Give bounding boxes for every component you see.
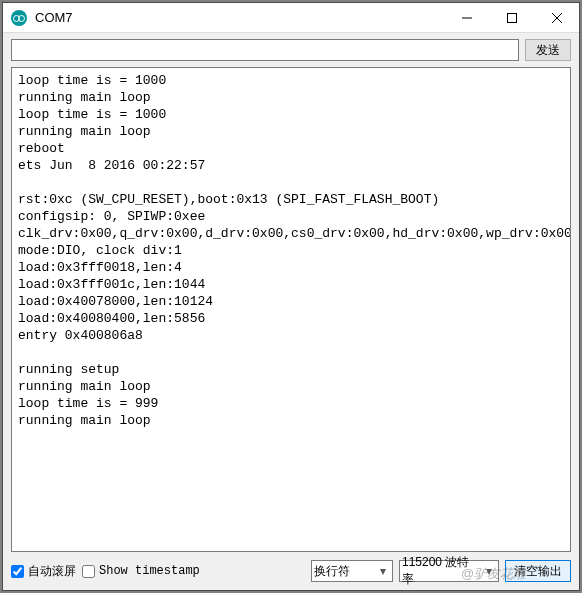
window-controls — [444, 3, 579, 32]
show-timestamp-label: Show timestamp — [99, 564, 200, 578]
autoscroll-input[interactable] — [11, 565, 24, 578]
minimize-button[interactable] — [444, 3, 489, 32]
send-toolbar: 发送 — [3, 33, 579, 67]
send-button[interactable]: 发送 — [525, 39, 571, 61]
console-output: loop time is = 1000 running main loop lo… — [11, 67, 571, 552]
clear-output-button[interactable]: 清空输出 — [505, 560, 571, 582]
status-bar: 自动滚屏 Show timestamp 换行符 ▾ 115200 波特率 ▾ 清… — [3, 556, 579, 590]
baud-rate-select[interactable]: 115200 波特率 ▾ — [399, 560, 499, 582]
chevron-down-icon: ▾ — [376, 564, 390, 578]
maximize-button[interactable] — [489, 3, 534, 32]
arduino-icon — [11, 10, 27, 26]
svg-rect-1 — [507, 13, 516, 22]
autoscroll-checkbox[interactable]: 自动滚屏 — [11, 563, 76, 580]
window-title: COM7 — [35, 10, 444, 25]
show-timestamp-checkbox[interactable]: Show timestamp — [82, 564, 200, 578]
baud-rate-label: 115200 波特率 — [402, 554, 479, 588]
autoscroll-label: 自动滚屏 — [28, 563, 76, 580]
send-input[interactable] — [11, 39, 519, 61]
titlebar: COM7 — [3, 3, 579, 33]
line-ending-select[interactable]: 换行符 ▾ — [311, 560, 393, 582]
close-button[interactable] — [534, 3, 579, 32]
chevron-down-icon: ▾ — [483, 564, 496, 578]
show-timestamp-input[interactable] — [82, 565, 95, 578]
line-ending-label: 换行符 — [314, 563, 350, 580]
serial-monitor-window: COM7 发送 loop time is = 1000 running main… — [2, 2, 580, 591]
